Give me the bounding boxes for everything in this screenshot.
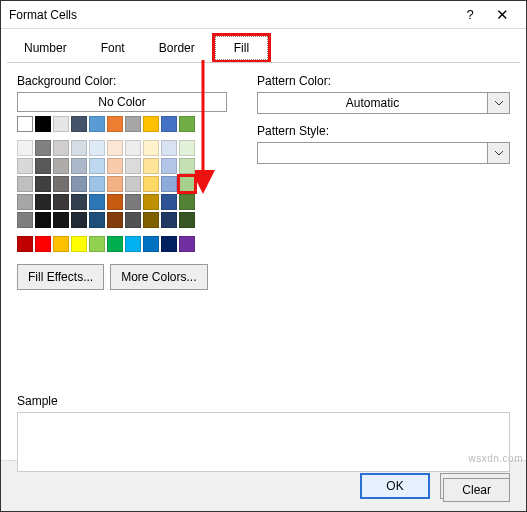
color-swatch[interactable] xyxy=(143,212,159,228)
color-swatch[interactable] xyxy=(35,158,51,174)
color-swatch[interactable] xyxy=(143,176,159,192)
tab-border[interactable]: Border xyxy=(142,35,212,63)
pattern-style-combo[interactable] xyxy=(257,142,510,164)
color-swatch[interactable] xyxy=(89,158,105,174)
color-swatch[interactable] xyxy=(107,140,123,156)
color-swatch[interactable] xyxy=(53,194,69,210)
color-swatch[interactable] xyxy=(161,176,177,192)
color-swatch[interactable] xyxy=(89,212,105,228)
tab-font[interactable]: Font xyxy=(84,35,142,63)
no-color-button[interactable]: No Color xyxy=(17,92,227,112)
color-swatch[interactable] xyxy=(17,158,33,174)
color-swatch[interactable] xyxy=(179,158,195,174)
color-swatch[interactable] xyxy=(35,176,51,192)
theme-color-row xyxy=(17,116,227,132)
color-swatch[interactable] xyxy=(71,194,87,210)
color-swatch[interactable] xyxy=(125,212,141,228)
color-swatch[interactable] xyxy=(125,236,141,252)
color-swatch[interactable] xyxy=(17,194,33,210)
color-swatch[interactable] xyxy=(161,236,177,252)
color-swatch[interactable] xyxy=(143,236,159,252)
color-swatch[interactable] xyxy=(71,140,87,156)
color-swatch[interactable] xyxy=(107,212,123,228)
color-swatch[interactable] xyxy=(17,116,33,132)
color-swatch[interactable] xyxy=(143,158,159,174)
color-swatch[interactable] xyxy=(107,176,123,192)
color-swatch[interactable] xyxy=(161,158,177,174)
color-swatch[interactable] xyxy=(161,212,177,228)
color-swatch[interactable] xyxy=(143,194,159,210)
ok-button[interactable]: OK xyxy=(360,473,430,499)
pattern-color-value: Automatic xyxy=(257,92,488,114)
color-swatch[interactable] xyxy=(71,212,87,228)
color-swatch[interactable] xyxy=(107,158,123,174)
sample-section: Sample xyxy=(17,394,510,472)
color-swatch[interactable] xyxy=(143,116,159,132)
color-swatch[interactable] xyxy=(161,194,177,210)
tab-divider xyxy=(7,62,520,63)
color-swatch[interactable] xyxy=(179,140,195,156)
color-swatch[interactable] xyxy=(107,194,123,210)
color-swatch[interactable] xyxy=(125,176,141,192)
color-swatch[interactable] xyxy=(161,116,177,132)
color-swatch[interactable] xyxy=(53,158,69,174)
color-swatch[interactable] xyxy=(35,116,51,132)
color-swatch[interactable] xyxy=(53,212,69,228)
fill-effects-button[interactable]: Fill Effects... xyxy=(17,264,104,290)
color-swatch[interactable] xyxy=(53,116,69,132)
color-swatch[interactable] xyxy=(125,140,141,156)
color-swatch[interactable] xyxy=(71,158,87,174)
color-swatch[interactable] xyxy=(89,194,105,210)
color-swatch[interactable] xyxy=(125,158,141,174)
color-swatch[interactable] xyxy=(53,236,69,252)
color-swatch[interactable] xyxy=(125,116,141,132)
color-swatch[interactable] xyxy=(53,176,69,192)
more-colors-button[interactable]: More Colors... xyxy=(110,264,207,290)
pattern-style-label: Pattern Style: xyxy=(257,124,510,138)
pattern-color-combo[interactable]: Automatic xyxy=(257,92,510,114)
color-swatch[interactable] xyxy=(89,116,105,132)
standard-color-row xyxy=(17,236,227,252)
color-swatch[interactable] xyxy=(71,176,87,192)
color-swatch[interactable] xyxy=(161,140,177,156)
color-swatch[interactable] xyxy=(179,194,195,210)
titlebar: Format Cells ? ✕ xyxy=(1,1,526,29)
color-swatch[interactable] xyxy=(71,236,87,252)
color-swatch[interactable] xyxy=(17,236,33,252)
tab-fill[interactable]: Fill xyxy=(215,36,268,60)
pattern-color-label: Pattern Color: xyxy=(257,74,510,88)
sample-label: Sample xyxy=(17,394,510,408)
color-swatch[interactable] xyxy=(89,236,105,252)
color-swatch[interactable] xyxy=(179,236,195,252)
tab-fill-highlight: Fill xyxy=(212,33,271,63)
color-swatch[interactable] xyxy=(107,236,123,252)
dialog-body: Background Color: No Color Fill Effects.… xyxy=(1,64,526,460)
tab-number[interactable]: Number xyxy=(7,35,84,63)
color-swatch[interactable] xyxy=(17,212,33,228)
color-swatch[interactable] xyxy=(17,176,33,192)
color-swatch[interactable] xyxy=(35,236,51,252)
color-swatch[interactable] xyxy=(179,116,195,132)
color-swatch[interactable] xyxy=(35,194,51,210)
color-swatch[interactable] xyxy=(17,140,33,156)
color-swatch[interactable] xyxy=(107,116,123,132)
chevron-down-icon[interactable] xyxy=(488,142,510,164)
clear-button[interactable]: Clear xyxy=(443,478,510,502)
tab-strip: Number Font Border Fill xyxy=(7,35,520,63)
color-swatch[interactable] xyxy=(143,140,159,156)
color-swatch[interactable] xyxy=(35,212,51,228)
dialog-title: Format Cells xyxy=(9,8,454,22)
color-swatch[interactable] xyxy=(53,140,69,156)
color-swatch[interactable] xyxy=(35,140,51,156)
chevron-down-icon[interactable] xyxy=(488,92,510,114)
color-swatch[interactable] xyxy=(179,212,195,228)
color-swatch[interactable] xyxy=(89,140,105,156)
close-button[interactable]: ✕ xyxy=(486,3,518,27)
help-button[interactable]: ? xyxy=(454,3,486,27)
color-swatch[interactable] xyxy=(89,176,105,192)
sample-preview xyxy=(17,412,510,472)
pattern-style-value xyxy=(257,142,488,164)
color-swatch[interactable] xyxy=(179,176,195,192)
color-swatch[interactable] xyxy=(71,116,87,132)
color-swatch[interactable] xyxy=(125,194,141,210)
